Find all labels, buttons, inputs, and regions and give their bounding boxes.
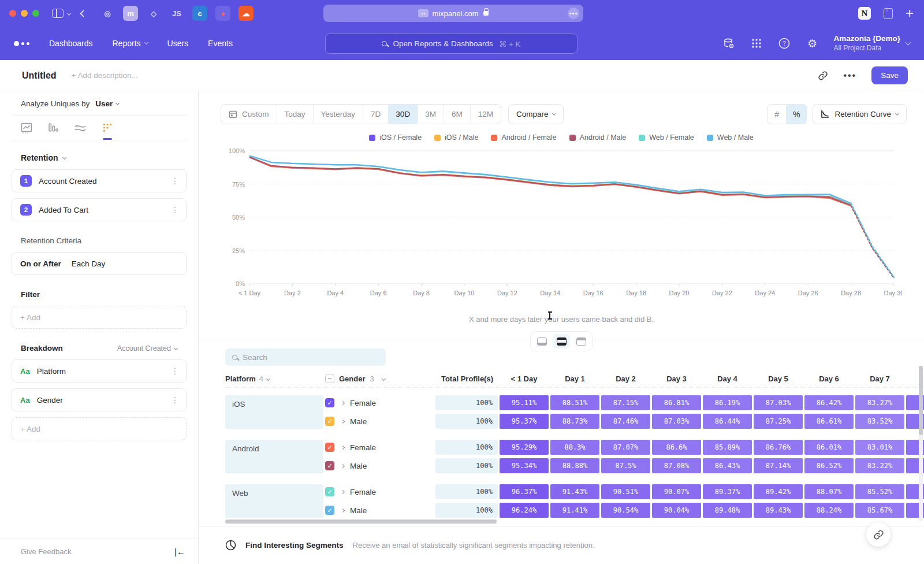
retention-value-cell[interactable]: 85.67%	[855, 503, 904, 518]
criteria-mode[interactable]: On or After	[20, 259, 61, 268]
retention-value-cell[interactable]: 86.43%	[703, 458, 752, 473]
vertical-scrollbar[interactable]	[919, 366, 923, 521]
retention-value-cell[interactable]: 86.6%	[652, 440, 701, 455]
retention-value-cell[interactable]: 96.24%	[500, 503, 549, 518]
find-segments-title[interactable]: Find Interesting Segments	[245, 541, 344, 550]
apps-grid-icon[interactable]	[750, 37, 763, 50]
filter-add-button[interactable]: + Add	[12, 306, 187, 329]
retention-step-added-to-cart[interactable]: 2Added To Cart⋮	[12, 198, 187, 221]
help-icon[interactable]: ?	[778, 37, 791, 50]
retention-value-cell[interactable]: 86.81%	[652, 395, 701, 410]
legend-item-android-female[interactable]: Android / Female	[491, 133, 556, 142]
expand-chevron-icon[interactable]	[341, 463, 345, 467]
more-options-button[interactable]: •••	[843, 70, 856, 81]
retention-value-cell[interactable]: 88.51%	[550, 395, 599, 410]
criteria-interval[interactable]: Each Day	[72, 259, 106, 268]
date-range-today[interactable]: Today	[277, 105, 314, 124]
global-search-button[interactable]: Open Reports & Dashboards ⌘ + K	[325, 34, 578, 54]
retention-value-cell[interactable]: 95.34%	[500, 458, 549, 473]
copy-link-icon[interactable]	[818, 70, 828, 81]
retention-value-cell[interactable]: 90.54%	[601, 503, 650, 518]
legend-item-android-male[interactable]: Android / Male	[569, 133, 627, 142]
window-controls[interactable]	[9, 10, 39, 17]
retention-value-cell[interactable]: 86.61%	[804, 414, 854, 429]
retention-value-cell[interactable]: 87.15%	[601, 395, 650, 410]
breakdown-add-button[interactable]: + Add	[12, 417, 187, 440]
legend-item-ios-male[interactable]: iOS / Male	[434, 133, 478, 142]
address-bar[interactable]: •• mixpanel.com •••	[323, 5, 583, 22]
retention-value-cell[interactable]: 88.73%	[550, 414, 599, 429]
step-options-icon[interactable]: ⋮	[171, 176, 179, 185]
notion-extension-icon[interactable]: N	[858, 7, 871, 20]
nav-item-dashboards[interactable]: Dashboards	[49, 39, 93, 48]
platform-cell[interactable]: Web	[225, 484, 323, 518]
retention-value-cell[interactable]: 87.5%	[601, 458, 650, 473]
retention-section-header[interactable]: Retention	[21, 153, 177, 162]
analyze-value-dropdown[interactable]: User	[95, 99, 113, 108]
close-window-button[interactable]	[9, 10, 16, 17]
tab-flows[interactable]	[74, 123, 87, 140]
gender-checkbox[interactable]: ✓	[325, 487, 334, 496]
zoom-window-button[interactable]	[32, 10, 39, 17]
retention-value-cell[interactable]: 91.41%	[550, 503, 599, 518]
retention-value-cell[interactable]: 83.01%	[855, 440, 904, 455]
nav-item-events[interactable]: Events	[208, 39, 233, 48]
gender-checkbox[interactable]: ✓	[325, 506, 334, 515]
m-extension-icon[interactable]: m	[123, 6, 138, 21]
retention-value-cell[interactable]: 88.07%	[804, 484, 854, 499]
retention-value-cell[interactable]: 95.37%	[500, 414, 549, 429]
legend-item-web-male[interactable]: Web / Male	[707, 133, 754, 142]
retention-value-cell[interactable]: 87.08%	[652, 458, 701, 473]
retention-value-cell[interactable]: 85.52%	[855, 484, 904, 499]
retention-value-cell[interactable]: 95.29%	[500, 440, 549, 455]
retention-value-cell[interactable]: 89.43%	[754, 503, 803, 518]
legend-item-ios-female[interactable]: iOS / Female	[369, 133, 422, 142]
retention-value-cell[interactable]: 83.27%	[855, 395, 904, 410]
retention-value-cell[interactable]: 87.07%	[601, 440, 650, 455]
nav-item-reports[interactable]: Reports	[113, 39, 148, 48]
browser-back-button[interactable]	[81, 11, 86, 16]
value-mode-count[interactable]: #	[767, 105, 787, 124]
date-range-3m[interactable]: 3M	[418, 105, 444, 124]
retention-value-cell[interactable]: 90.04%	[652, 503, 701, 518]
expand-chevron-icon[interactable]	[341, 400, 345, 405]
gender-checkbox[interactable]: ✓	[325, 461, 334, 470]
report-title[interactable]: Untitled	[22, 70, 57, 81]
retention-value-cell[interactable]: 89.37%	[703, 484, 752, 499]
retention-value-cell[interactable]: 86.52%	[804, 458, 854, 473]
retention-value-cell[interactable]: 88.88%	[550, 458, 599, 473]
retention-value-cell[interactable]: 87.25%	[754, 414, 803, 429]
breakdown-options-icon[interactable]: ⋮	[171, 366, 179, 376]
breakdown-platform[interactable]: AaPlatform⋮	[12, 359, 187, 383]
expand-chevron-icon[interactable]	[341, 419, 345, 423]
date-range-30d[interactable]: 30D	[388, 104, 418, 124]
mixpanel-logo[interactable]	[14, 41, 29, 46]
date-range-6m[interactable]: 6M	[444, 105, 471, 124]
gender-checkbox[interactable]: ✓	[325, 417, 334, 426]
expand-chevron-icon[interactable]	[341, 489, 345, 494]
date-range-7d[interactable]: 7D	[363, 105, 389, 124]
platform-column-header[interactable]: Platform4	[225, 374, 323, 383]
date-range-custom[interactable]: Custom	[221, 105, 277, 124]
chart-type-dropdown[interactable]: Retention Curve	[813, 104, 907, 124]
tab-retention[interactable]	[102, 123, 113, 140]
retention-value-cell[interactable]: 86.19%	[703, 395, 752, 410]
retention-chart[interactable]: 0%25%50%75%100%< 1 DayDay 2Day 4Day 6Day…	[199, 144, 924, 309]
platform-cell[interactable]: iOS	[225, 395, 323, 429]
new-tab-button[interactable]: +	[906, 6, 914, 20]
breakdown-options-icon[interactable]: ⋮	[171, 395, 179, 405]
tab-funnels[interactable]	[47, 123, 59, 140]
retention-value-cell[interactable]: 88.3%	[550, 440, 599, 455]
add-description-field[interactable]: + Add description...	[72, 71, 138, 80]
retention-value-cell[interactable]: 86.44%	[703, 414, 752, 429]
retention-value-cell[interactable]: 90.51%	[601, 484, 650, 499]
retention-value-cell[interactable]: 83.22%	[855, 458, 904, 473]
retention-value-cell[interactable]: 87.14%	[754, 458, 803, 473]
browser-sidebar-toggle[interactable]	[52, 9, 70, 18]
cube-extension-icon[interactable]: ◇	[146, 6, 161, 21]
give-feedback-link[interactable]: Give Feedback	[21, 547, 71, 556]
breakdown-gender[interactable]: AaGender⋮	[12, 388, 187, 411]
date-range-yesterday[interactable]: Yesterday	[314, 105, 364, 124]
project-switcher[interactable]: Amazonia {Demo} All Project Data	[833, 34, 910, 53]
cloud-extension-icon[interactable]: ☁	[239, 6, 254, 21]
